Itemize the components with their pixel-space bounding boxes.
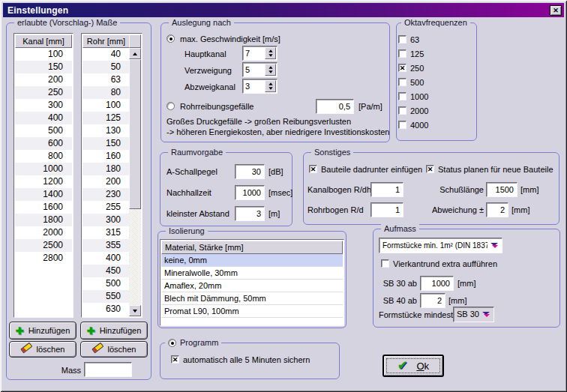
list-row[interactable]: 300 (82, 214, 130, 226)
list-row[interactable]: 2000 (15, 226, 72, 239)
bauteile-checkbox[interactable]: ✕ (309, 165, 317, 173)
spin-down-icon (268, 87, 272, 90)
isolierung-row[interactable]: Amaflex, 20mm (161, 280, 343, 292)
close-button[interactable]: ✕ (550, 5, 562, 16)
list-row[interactable]: 40 (82, 48, 130, 61)
radio-max-speed[interactable] (166, 34, 175, 43)
list-row[interactable]: 630 (82, 303, 130, 316)
frequency-label: 125 (410, 49, 424, 58)
list-row[interactable]: 50 (82, 61, 130, 73)
hauptkanal-value[interactable]: 7 (245, 47, 250, 60)
list-row[interactable]: 125 (82, 112, 130, 124)
abzweigkanal-value[interactable]: 3 (245, 80, 250, 93)
list-row[interactable]: 400 (82, 252, 130, 265)
abweichung-input[interactable]: 2 (486, 202, 508, 217)
frequency-checkbox[interactable] (398, 92, 406, 100)
vierkantrund-checkbox[interactable] (381, 259, 389, 268)
delete-kanal-button[interactable]: löschen (9, 341, 76, 358)
add-kanal-button[interactable]: ✚ Hinzufügen (9, 322, 76, 340)
isolierung-column-header[interactable]: Material, Stärke [mm] (161, 241, 343, 254)
list-row[interactable]: 1800 (15, 214, 72, 226)
nachhallzeit-input[interactable]: 1000 (235, 185, 265, 200)
friction-input[interactable]: 0,5 (316, 99, 354, 114)
rohr-column-header[interactable]: Rohr [mm] (82, 34, 130, 48)
list-row[interactable]: 355 (82, 239, 130, 252)
list-row[interactable]: 250 (15, 86, 72, 99)
radio-friction[interactable] (166, 102, 175, 110)
list-row[interactable]: 1600 (15, 201, 72, 214)
list-row[interactable]: 160 (82, 150, 130, 163)
list-row[interactable]: 63 (82, 73, 130, 86)
kanal-column-header[interactable]: Kanal [mm] (15, 34, 72, 48)
abzweigkanal-spinedit[interactable]: 3 (242, 79, 278, 94)
group-programm-caption: Programm (165, 338, 221, 347)
list-row[interactable]: 130 (82, 124, 130, 137)
spin-buttons[interactable] (265, 64, 276, 76)
scroll-down-button[interactable] (129, 305, 141, 316)
list-row[interactable]: 100 (82, 99, 130, 112)
abstand-input[interactable]: 3 (235, 206, 265, 221)
scrollbar-thumb[interactable] (129, 59, 141, 209)
sb40-input[interactable]: 2 (420, 293, 446, 308)
isolierung-row[interactable]: Promat L90, 100mm (161, 305, 343, 318)
scroll-up-button[interactable] (129, 48, 141, 59)
list-row[interactable]: 255 (82, 201, 130, 214)
list-row[interactable]: 1000 (15, 163, 72, 175)
isolierung-row[interactable]: keine, 0mm (161, 254, 343, 267)
add-rohr-button[interactable]: ✚ Hinzufügen (80, 322, 148, 340)
titlebar[interactable]: Einstellungen ✕ (3, 3, 564, 17)
kanalbogen-input[interactable]: 1 (370, 182, 404, 197)
rohr-scrollbar[interactable] (129, 48, 141, 316)
schallpegel-input[interactable]: 30 (235, 164, 265, 179)
sb30-input[interactable]: 1000 (420, 276, 454, 291)
mass-input[interactable] (84, 362, 132, 377)
list-row[interactable]: 2500 (15, 239, 72, 252)
list-row[interactable]: 230 (82, 188, 130, 201)
list-row[interactable]: 600 (15, 137, 72, 150)
frequency-checkbox[interactable] (398, 35, 406, 43)
formstuecke-min-combobox[interactable]: SB 30 (453, 307, 494, 322)
isolierung-row[interactable]: Mineralwolle, 30mm (161, 267, 343, 280)
list-row[interactable]: 400 (15, 112, 72, 124)
list-row[interactable]: 200 (15, 73, 72, 86)
list-row[interactable]: 500 (82, 277, 130, 290)
programm-radio[interactable] (168, 339, 176, 347)
spin-buttons[interactable] (265, 80, 276, 92)
schallpegel-label: A-Schallpegel (166, 167, 218, 177)
list-row[interactable]: 2800 (15, 252, 72, 265)
spin-buttons[interactable] (265, 47, 276, 59)
list-row[interactable]: 800 (15, 150, 72, 163)
list-row[interactable]: 100 (15, 48, 72, 61)
list-row[interactable]: 150 (82, 137, 130, 150)
list-row[interactable]: 300 (15, 99, 72, 112)
list-row[interactable]: 180 (82, 163, 130, 175)
list-row[interactable]: 80 (82, 86, 130, 99)
delete-rohr-button[interactable]: löschen (80, 341, 148, 358)
frequency-checkbox[interactable] (398, 106, 406, 115)
list-row[interactable]: 315 (82, 226, 130, 239)
formstuecke-combobox[interactable]: Formstücke min. 1m² (DIN 18379) (379, 238, 502, 253)
verzweigung-value[interactable]: 5 (245, 64, 250, 76)
verzweigung-spinedit[interactable]: 5 (242, 62, 278, 77)
frequency-checkbox[interactable] (398, 49, 406, 58)
frequency-checkbox[interactable]: ✕ (398, 64, 406, 72)
list-row[interactable]: 150 (15, 61, 72, 73)
hauptkanal-spinedit[interactable]: 7 (242, 46, 278, 61)
combo-dropdown-button[interactable] (480, 308, 493, 321)
list-row[interactable]: 450 (82, 265, 130, 277)
rohrbogen-input[interactable]: 1 (370, 202, 404, 217)
ok-button[interactable]: ✔ Ok (382, 355, 444, 377)
schusslaenge-input[interactable]: 1500 (486, 182, 518, 197)
autosave-checkbox[interactable]: ✕ (171, 355, 179, 364)
list-row[interactable]: 1200 (15, 175, 72, 188)
list-row[interactable]: 1400 (15, 188, 72, 201)
list-row[interactable]: 500 (15, 124, 72, 137)
list-row[interactable]: 550 (82, 290, 130, 303)
isolierung-row[interactable]: Blech mit Dämmung, 50mm (161, 292, 343, 305)
frequency-checkbox[interactable] (398, 121, 406, 129)
frequency-checkbox[interactable] (398, 78, 406, 86)
list-row[interactable]: 200 (82, 175, 130, 188)
status-checkbox[interactable]: ✕ (426, 165, 434, 173)
auslegung-note-line2: -> höheren Energiekosten, aber niedriger… (166, 127, 390, 137)
combo-dropdown-button[interactable] (488, 239, 501, 252)
